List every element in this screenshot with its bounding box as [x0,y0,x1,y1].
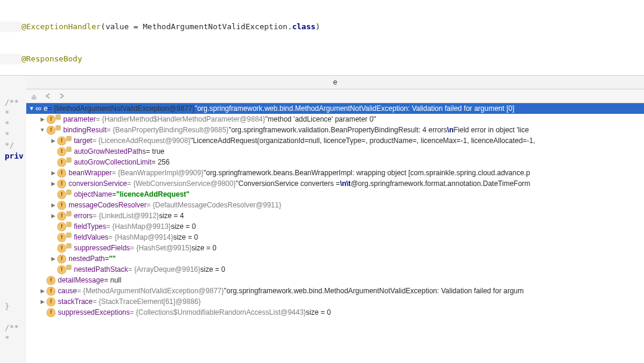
var-name: bindingResult [63,125,107,135]
expand-icon[interactable]: ▶ [50,210,56,221]
var-name: e [44,103,48,114]
tree-node-target[interactable]: ▶ f target = {LicenceAddRequest@9908} "L… [26,135,644,146]
expand-icon[interactable]: ▶ [50,135,56,146]
panel-tab-bar: e [26,76,644,89]
var-type: = {BeanPropertyBindingResult@9885} [107,125,229,135]
var-type: = {Collections$UnmodifiableRandomAccessL… [130,307,306,318]
lock-icon [66,157,72,163]
tree-node-conversionservice[interactable]: ▶ f conversionService = {WebConversionSe… [26,178,644,189]
var-name: beanWrapper [69,167,112,178]
var-type: = {ArrayDeque@9916} [128,264,200,275]
var-value: size = 0 [306,307,331,318]
variable-tab-e[interactable]: e [333,76,338,89]
var-value: size = 0 [191,243,216,253]
expand-icon[interactable]: ▶ [50,253,56,264]
var-type: = {HashMap@9913} [106,221,171,232]
variables-tree[interactable]: ▼ ∞ e = {MethodArgumentNotValidException… [26,103,644,363]
var-name: stackTrace [58,296,92,307]
var-name: errors [74,210,92,221]
tree-node-parameter[interactable]: ▶ f parameter = {HandlerMethod$HandlerMe… [26,114,644,125]
var-value: = 256 [151,157,169,167]
var-string: @org.springframework.format.annotation.D… [351,178,530,189]
expand-icon[interactable]: ▶ [39,114,45,125]
var-type: = {BeanWrapperImpl@9909} [112,167,204,178]
tree-node-autogrowcollectionlimit[interactable]: f autoGrowCollectionLimit = 256 [26,157,644,167]
tree-node-errors[interactable]: ▶ f errors = {LinkedList@9912} size = 4 [26,210,644,221]
field-icon: f [57,212,66,221]
lock-icon [66,265,72,270]
field-icon: f [57,169,66,178]
expand-icon[interactable]: ▶ [50,178,56,189]
var-name: nestedPath [69,253,105,264]
field-icon: f [57,147,66,156]
lock-icon [55,125,61,131]
var-name: messageCodesResolver [69,200,147,210]
field-icon: f [57,190,66,199]
var-name: autoGrowCollectionLimit [74,157,151,167]
var-string: "org.springframework.validation.BeanProp… [228,125,447,135]
var-type: = {LicenceAddRequest@9908} [92,135,191,146]
tree-node-stacktrace[interactable]: ▶ f stackTrace = {StackTraceElement[61]@… [26,296,644,307]
collapse-icon[interactable]: ▼ [29,103,35,114]
field-icon: f [57,179,66,188]
back-icon[interactable] [44,92,52,100]
var-string: Field error in object 'lice [453,125,528,135]
collapse-icon[interactable]: ▼ [39,125,45,135]
code-text: ) [315,22,320,31]
expand-icon[interactable]: ▶ [50,200,56,210]
var-name: conversionService [69,178,127,189]
forward-icon[interactable] [57,92,66,100]
expand-icon[interactable]: ▶ [39,296,45,307]
escape-seq: \n\t [340,178,351,189]
var-value: size = 0 [171,221,196,232]
var-string: "LicenceAddRequest(organizationId=null, … [190,135,535,146]
var-string: "org.springframework.web.bind.MethodArgu… [194,103,514,114]
tree-node-objectname[interactable]: f objectName = "licenceAddRequest" [26,189,644,200]
field-icon: f [47,126,55,135]
var-type: = {MethodArgumentNotValidException@9877} [77,286,224,296]
tree-node-autogrownestedpaths[interactable]: f autoGrowNestedPaths = true [26,146,644,157]
debug-variables-panel: e ▼ ∞ e = {MethodArgumentNotValidExcepti… [26,75,644,363]
tree-node-messagecodesresolver[interactable]: ▶ f messageCodesResolver = {DefaultMessa… [26,200,644,210]
var-type: = {HashSet@9915} [130,243,191,253]
field-icon: f [47,287,55,296]
code-text: (value = MethodArgumentNotValidException… [101,22,292,31]
field-icon: f [57,136,66,145]
field-icon: f [57,244,66,253]
var-value: = true [146,146,165,157]
var-string: "licenceAddRequest" [116,189,190,200]
tree-node-suppressedexceptions[interactable]: f suppressedExceptions = {Collections$Un… [26,307,644,318]
lock-icon [66,136,72,141]
var-name: suppressedExceptions [58,307,130,318]
object-icon: ∞ [36,103,41,114]
var-string: "ConversionService converters = [236,178,340,189]
var-name: suppressedFields [74,243,130,253]
tree-node-fieldvalues[interactable]: f fieldValues = {HashMap@9914} size = 0 [26,232,644,243]
var-type: = {StackTraceElement[61]@9886} [92,296,201,307]
field-icon: f [47,276,55,285]
tree-node-detailmessage[interactable]: f detailMessage = null [26,275,644,286]
annotation-responsebody: @ResponseBody [21,54,82,63]
expand-icon[interactable]: ▶ [50,167,56,178]
tree-node-nestedpathstack[interactable]: f nestedPathStack = {ArrayDeque@9916} si… [26,264,644,275]
lock-icon [66,190,72,195]
expand-icon[interactable]: ▶ [39,286,45,296]
var-type: = {DefaultMessageCodesResolver@9911} [147,200,281,210]
var-name: fieldValues [74,232,109,243]
field-icon: f [57,201,66,210]
tree-node-bindingresult[interactable]: ▼ f bindingResult = {BeanPropertyBinding… [26,125,644,135]
var-eq: = [112,189,116,200]
tree-node-fieldtypes[interactable]: f fieldTypes = {HashMap@9913} size = 0 [26,221,644,232]
var-name: objectName [74,189,112,200]
tree-node-e[interactable]: ▼ ∞ e = {MethodArgumentNotValidException… [26,103,644,114]
var-name: autoGrowNestedPaths [74,146,146,157]
tree-node-beanwrapper[interactable]: ▶ f beanWrapper = {BeanWrapperImpl@9909}… [26,167,644,178]
field-icon: f [57,255,66,263]
tree-node-suppressedfields[interactable]: f suppressedFields = {HashSet@9915} size… [26,243,644,253]
new-watch-icon[interactable] [31,92,39,100]
tree-node-cause[interactable]: ▶ f cause = {MethodArgumentNotValidExcep… [26,286,644,296]
tree-node-nestedpath[interactable]: ▶ f nestedPath = "" [26,253,644,264]
lock-icon [66,243,72,249]
var-value: size = 4 [159,210,184,221]
var-type: = {LinkedList@9912} [92,210,159,221]
